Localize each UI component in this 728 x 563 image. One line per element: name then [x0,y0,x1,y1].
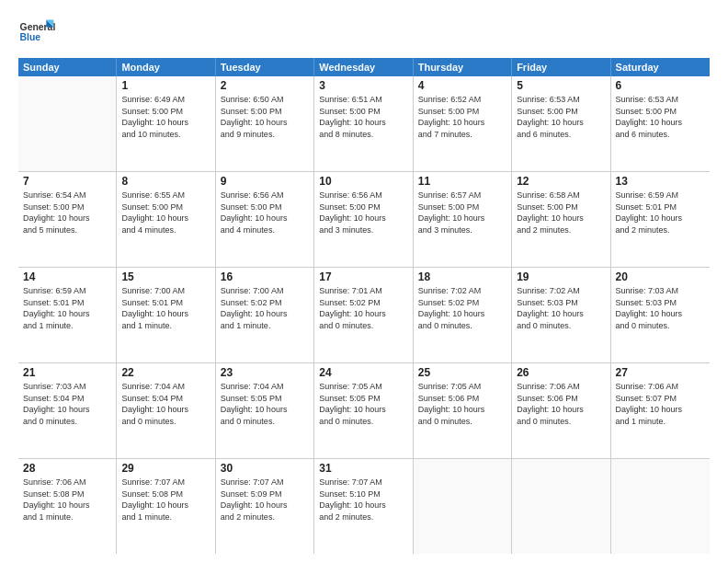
day-info: Sunrise: 6:53 AM Sunset: 5:00 PM Dayligh… [517,94,605,140]
day-info: Sunrise: 6:53 AM Sunset: 5:00 PM Dayligh… [616,94,705,140]
calendar-day-22: 22Sunrise: 7:04 AM Sunset: 5:04 PM Dayli… [117,363,215,458]
day-number: 1 [121,79,210,92]
day-number: 13 [616,175,705,188]
day-number: 9 [221,175,309,188]
day-number: 16 [221,270,309,283]
day-info: Sunrise: 7:05 AM Sunset: 5:06 PM Dayligh… [418,381,506,427]
calendar-day-6: 6Sunrise: 6:53 AM Sunset: 5:00 PM Daylig… [611,76,710,171]
calendar-day-19: 19Sunrise: 7:02 AM Sunset: 5:03 PM Dayli… [512,268,610,362]
day-info: Sunrise: 7:04 AM Sunset: 5:04 PM Dayligh… [121,381,210,427]
day-info: Sunrise: 7:05 AM Sunset: 5:05 PM Dayligh… [319,381,407,427]
day-info: Sunrise: 7:00 AM Sunset: 5:02 PM Dayligh… [221,285,309,331]
day-info: Sunrise: 7:02 AM Sunset: 5:02 PM Dayligh… [418,285,506,331]
calendar-day-17: 17Sunrise: 7:01 AM Sunset: 5:02 PM Dayli… [314,268,413,362]
calendar-day-29: 29Sunrise: 7:07 AM Sunset: 5:08 PM Dayli… [117,459,215,554]
calendar-day-16: 16Sunrise: 7:00 AM Sunset: 5:02 PM Dayli… [216,268,314,362]
day-info: Sunrise: 7:03 AM Sunset: 5:04 PM Dayligh… [23,381,111,427]
day-info: Sunrise: 6:54 AM Sunset: 5:00 PM Dayligh… [23,190,111,236]
calendar-day-1: 1Sunrise: 6:49 AM Sunset: 5:00 PM Daylig… [117,76,215,171]
calendar-day-26: 26Sunrise: 7:06 AM Sunset: 5:06 PM Dayli… [512,363,610,458]
day-info: Sunrise: 7:01 AM Sunset: 5:02 PM Dayligh… [319,285,407,331]
page: General Blue SundayMondayTuesdayWednesda… [0,0,728,563]
header: General Blue [18,14,710,51]
day-info: Sunrise: 7:07 AM Sunset: 5:09 PM Dayligh… [221,477,309,523]
calendar-day-11: 11Sunrise: 6:57 AM Sunset: 5:00 PM Dayli… [414,172,512,267]
header-day-sunday: Sunday [18,58,117,76]
calendar-day-14: 14Sunrise: 6:59 AM Sunset: 5:01 PM Dayli… [18,268,117,362]
header-day-friday: Friday [512,58,610,76]
calendar-day-25: 25Sunrise: 7:05 AM Sunset: 5:06 PM Dayli… [414,363,512,458]
day-info: Sunrise: 7:04 AM Sunset: 5:05 PM Dayligh… [221,381,309,427]
logo-icon: General Blue [18,14,55,51]
day-number: 10 [319,175,407,188]
calendar-day-9: 9Sunrise: 6:56 AM Sunset: 5:00 PM Daylig… [216,172,314,267]
day-number: 19 [517,270,605,283]
day-info: Sunrise: 7:07 AM Sunset: 5:08 PM Dayligh… [121,477,210,523]
day-info: Sunrise: 6:49 AM Sunset: 5:00 PM Dayligh… [121,94,210,140]
day-number: 24 [319,366,407,379]
day-number: 17 [319,270,407,283]
calendar-header: SundayMondayTuesdayWednesdayThursdayFrid… [18,58,710,76]
calendar-week-3: 14Sunrise: 6:59 AM Sunset: 5:01 PM Dayli… [18,268,710,363]
calendar-empty-cell [512,459,610,554]
day-number: 27 [616,366,705,379]
header-day-monday: Monday [117,58,215,76]
day-number: 5 [517,79,605,92]
day-number: 21 [23,366,111,379]
calendar-day-5: 5Sunrise: 6:53 AM Sunset: 5:00 PM Daylig… [512,76,610,171]
calendar-day-7: 7Sunrise: 6:54 AM Sunset: 5:00 PM Daylig… [18,172,117,267]
calendar-day-30: 30Sunrise: 7:07 AM Sunset: 5:09 PM Dayli… [216,459,314,554]
day-number: 4 [418,79,506,92]
day-number: 18 [418,270,506,283]
logo: General Blue [18,14,55,51]
calendar-day-12: 12Sunrise: 6:58 AM Sunset: 5:00 PM Dayli… [512,172,610,267]
day-info: Sunrise: 6:57 AM Sunset: 5:00 PM Dayligh… [418,190,506,236]
day-info: Sunrise: 6:56 AM Sunset: 5:00 PM Dayligh… [221,190,309,236]
calendar-day-23: 23Sunrise: 7:04 AM Sunset: 5:05 PM Dayli… [216,363,314,458]
calendar-day-21: 21Sunrise: 7:03 AM Sunset: 5:04 PM Dayli… [18,363,117,458]
day-number: 30 [221,462,309,475]
calendar-day-3: 3Sunrise: 6:51 AM Sunset: 5:00 PM Daylig… [314,76,413,171]
calendar-day-20: 20Sunrise: 7:03 AM Sunset: 5:03 PM Dayli… [611,268,710,362]
day-info: Sunrise: 7:06 AM Sunset: 5:06 PM Dayligh… [517,381,605,427]
day-info: Sunrise: 6:50 AM Sunset: 5:00 PM Dayligh… [221,94,309,140]
day-number: 11 [418,175,506,188]
day-number: 15 [121,270,210,283]
day-info: Sunrise: 6:58 AM Sunset: 5:00 PM Dayligh… [517,190,605,236]
day-info: Sunrise: 6:55 AM Sunset: 5:00 PM Dayligh… [121,190,210,236]
day-number: 26 [517,366,605,379]
calendar: SundayMondayTuesdayWednesdayThursdayFrid… [18,58,710,554]
day-number: 20 [616,270,705,283]
calendar-day-13: 13Sunrise: 6:59 AM Sunset: 5:01 PM Dayli… [611,172,710,267]
calendar-empty-cell [18,76,117,171]
calendar-week-2: 7Sunrise: 6:54 AM Sunset: 5:00 PM Daylig… [18,172,710,268]
calendar-day-18: 18Sunrise: 7:02 AM Sunset: 5:02 PM Dayli… [414,268,512,362]
day-info: Sunrise: 6:59 AM Sunset: 5:01 PM Dayligh… [23,285,111,331]
calendar-day-4: 4Sunrise: 6:52 AM Sunset: 5:00 PM Daylig… [414,76,512,171]
day-number: 29 [121,462,210,475]
header-day-thursday: Thursday [414,58,512,76]
day-info: Sunrise: 6:59 AM Sunset: 5:01 PM Dayligh… [616,190,705,236]
calendar-week-4: 21Sunrise: 7:03 AM Sunset: 5:04 PM Dayli… [18,363,710,459]
day-info: Sunrise: 6:51 AM Sunset: 5:00 PM Dayligh… [319,94,407,140]
calendar-day-15: 15Sunrise: 7:00 AM Sunset: 5:01 PM Dayli… [117,268,215,362]
calendar-day-28: 28Sunrise: 7:06 AM Sunset: 5:08 PM Dayli… [18,459,117,554]
calendar-empty-cell [414,459,512,554]
calendar-week-5: 28Sunrise: 7:06 AM Sunset: 5:08 PM Dayli… [18,459,710,554]
header-day-wednesday: Wednesday [314,58,413,76]
day-info: Sunrise: 7:00 AM Sunset: 5:01 PM Dayligh… [121,285,210,331]
day-number: 7 [23,175,111,188]
day-info: Sunrise: 7:03 AM Sunset: 5:03 PM Dayligh… [616,285,705,331]
calendar-day-8: 8Sunrise: 6:55 AM Sunset: 5:00 PM Daylig… [117,172,215,267]
day-number: 22 [121,366,210,379]
calendar-day-27: 27Sunrise: 7:06 AM Sunset: 5:07 PM Dayli… [611,363,710,458]
calendar-day-10: 10Sunrise: 6:56 AM Sunset: 5:00 PM Dayli… [314,172,413,267]
calendar-empty-cell [611,459,710,554]
calendar-week-1: 1Sunrise: 6:49 AM Sunset: 5:00 PM Daylig… [18,76,710,172]
calendar-day-24: 24Sunrise: 7:05 AM Sunset: 5:05 PM Dayli… [314,363,413,458]
day-number: 25 [418,366,506,379]
day-number: 2 [221,79,309,92]
day-info: Sunrise: 7:02 AM Sunset: 5:03 PM Dayligh… [517,285,605,331]
day-number: 3 [319,79,407,92]
calendar-day-2: 2Sunrise: 6:50 AM Sunset: 5:00 PM Daylig… [216,76,314,171]
